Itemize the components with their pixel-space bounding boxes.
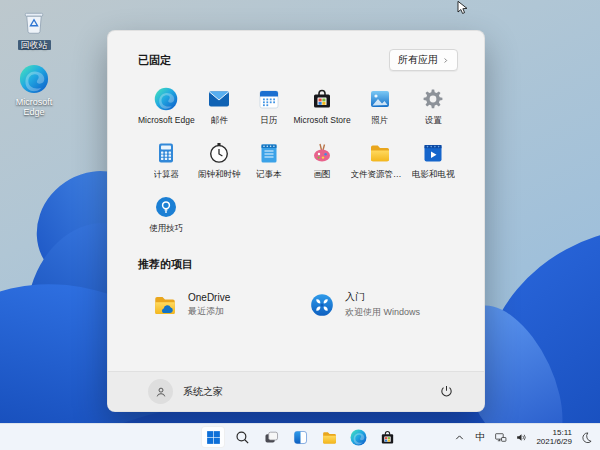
speaker-icon <box>515 431 528 444</box>
taskbar-edge-button[interactable] <box>346 426 370 448</box>
mouse-cursor-icon <box>454 0 470 16</box>
desktop-icon-microsoft-edge[interactable]: Microsoft Edge <box>3 64 65 117</box>
recommended-item-get-started[interactable]: 入门 欢迎使用 Windows <box>301 284 458 325</box>
pinned-app-calculator[interactable]: 计算器 <box>138 137 195 185</box>
windows-logo-icon <box>205 429 222 446</box>
moon-icon <box>580 431 593 444</box>
volume-tray-button[interactable] <box>513 430 530 445</box>
pinned-app-label: 计算器 <box>154 169 180 181</box>
pinned-app-alarms-clock[interactable]: 闹钟和时钟 <box>195 137 244 185</box>
pinned-section-title: 已固定 <box>138 53 171 68</box>
desktop-icon-label: 回收站 <box>18 40 51 50</box>
taskbar-store-button[interactable] <box>375 426 399 448</box>
pinned-apps-grid: Microsoft Edge 邮件 日历 Microsoft Store 照片 <box>138 83 458 239</box>
pinned-app-label: Microsoft Store <box>293 115 350 125</box>
pinned-app-mail[interactable]: 邮件 <box>195 83 244 131</box>
pinned-app-label: 设置 <box>425 115 442 127</box>
edge-icon <box>19 64 49 94</box>
paint-palette-icon <box>310 141 334 165</box>
pinned-app-store[interactable]: Microsoft Store <box>293 83 350 131</box>
taskbar: 中 15:11 2021/6/29 <box>0 423 600 450</box>
chevron-up-icon <box>453 431 466 444</box>
network-icon <box>494 431 507 444</box>
calculator-icon <box>154 141 178 165</box>
pinned-app-paint[interactable]: 画图 <box>293 137 350 185</box>
pinned-app-settings[interactable]: 设置 <box>409 83 458 131</box>
power-button[interactable] <box>435 380 458 403</box>
pinned-app-calendar[interactable]: 日历 <box>244 83 293 131</box>
pinned-app-label: 闹钟和时钟 <box>198 169 241 181</box>
start-button[interactable] <box>201 426 225 448</box>
chevron-right-icon <box>442 57 449 64</box>
pinned-app-label: 邮件 <box>211 115 228 127</box>
recommended-item-subtitle: 最近添加 <box>188 305 230 318</box>
taskbar-file-explorer-button[interactable] <box>317 426 341 448</box>
get-started-icon <box>309 292 335 318</box>
recommended-grid: OneDrive 最近添加 入门 欢迎使用 Windows <box>138 284 458 325</box>
pinned-app-label: 记事本 <box>256 169 282 181</box>
user-profile-button[interactable]: 系统之家 <box>148 379 223 404</box>
notepad-icon <box>257 141 281 165</box>
mail-icon <box>207 87 231 111</box>
clock-date-button[interactable]: 15:11 2021/6/29 <box>534 428 574 446</box>
pinned-app-label: 使用技巧 <box>149 223 183 235</box>
widgets-button[interactable] <box>288 426 312 448</box>
recommended-item-subtitle: 欢迎使用 Windows <box>345 306 420 319</box>
start-menu-footer: 系统之家 <box>108 371 484 411</box>
widgets-icon <box>292 429 309 446</box>
recommended-item-title: OneDrive <box>188 292 230 303</box>
user-avatar <box>148 379 173 404</box>
pinned-app-edge[interactable]: Microsoft Edge <box>138 83 195 131</box>
pinned-app-label: Microsoft Edge <box>138 115 195 125</box>
recommended-item-onedrive[interactable]: OneDrive 最近添加 <box>144 284 301 325</box>
store-icon <box>310 87 334 111</box>
store-icon <box>379 429 396 446</box>
pinned-app-label: 文件资源管理器 <box>351 169 409 181</box>
all-apps-button[interactable]: 所有应用 <box>389 49 458 71</box>
tray-overflow-button[interactable] <box>451 430 468 445</box>
focus-assist-button[interactable] <box>578 430 595 445</box>
power-icon <box>439 384 454 399</box>
search-icon <box>234 429 251 446</box>
recycle-bin-icon <box>19 7 49 37</box>
lightbulb-tips-icon <box>154 195 178 219</box>
desktop-icon-recycle-bin[interactable]: 回收站 <box>3 7 65 50</box>
user-name: 系统之家 <box>183 385 223 399</box>
system-tray: 中 15:11 2021/6/29 <box>451 424 595 450</box>
edge-icon <box>350 429 367 446</box>
pinned-app-notepad[interactable]: 记事本 <box>244 137 293 185</box>
folder-icon <box>368 141 392 165</box>
desktop-icon-label: Microsoft Edge <box>6 97 62 117</box>
edge-icon <box>154 87 178 111</box>
network-tray-button[interactable] <box>492 430 509 445</box>
person-icon <box>154 385 168 399</box>
task-view-button[interactable] <box>259 426 283 448</box>
movies-tv-icon <box>421 141 445 165</box>
tray-time: 15:11 <box>536 428 572 437</box>
taskbar-search-button[interactable] <box>230 426 254 448</box>
recommended-section-title: 推荐的项目 <box>138 257 458 272</box>
pinned-app-label: 画图 <box>314 169 331 181</box>
pinned-app-label: 日历 <box>260 115 277 127</box>
pinned-app-photos[interactable]: 照片 <box>351 83 409 131</box>
folder-icon <box>321 429 338 446</box>
task-view-icon <box>263 429 280 446</box>
alarm-clock-icon <box>207 141 231 165</box>
pinned-app-label: 照片 <box>371 115 388 127</box>
photos-icon <box>368 87 392 111</box>
start-menu: 已固定 所有应用 Microsoft Edge 邮件 日历 <box>107 30 485 412</box>
recommended-item-title: 入门 <box>345 290 420 304</box>
pinned-app-movies-tv[interactable]: 电影和电视 <box>409 137 458 185</box>
taskbar-center-icons <box>201 424 399 450</box>
pinned-app-file-explorer[interactable]: 文件资源管理器 <box>351 137 409 185</box>
desktop: 回收站 Microsoft Edge 已固定 所有应用 Microsoft Ed… <box>0 0 600 450</box>
settings-gear-icon <box>421 87 445 111</box>
pinned-app-tips[interactable]: 使用技巧 <box>138 191 195 239</box>
all-apps-label: 所有应用 <box>398 53 438 67</box>
tray-date: 2021/6/29 <box>536 437 572 446</box>
calendar-icon <box>257 87 281 111</box>
ime-indicator[interactable]: 中 <box>472 430 488 444</box>
onedrive-icon <box>152 292 178 318</box>
pinned-app-label: 电影和电视 <box>412 169 455 181</box>
